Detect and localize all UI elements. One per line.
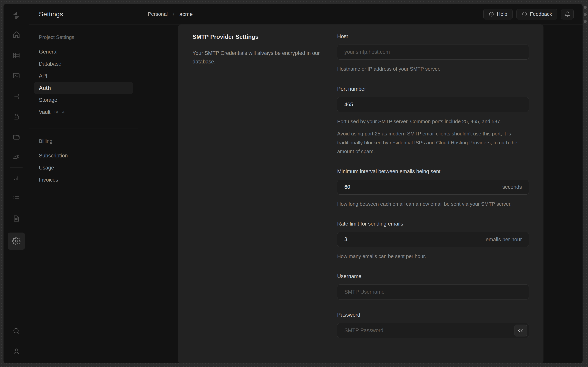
username-label: Username [337,273,529,279]
scrollbar-dot [584,20,587,23]
main-header: Personal / acme Help Feedback [138,4,583,25]
eye-icon [518,327,524,333]
logs-list-icon[interactable] [10,192,23,205]
rate-limit-help-text: How many emails can be sent per hour. [337,252,529,261]
host-field: Host Hostname or IP address of your SMTP… [337,33,529,74]
sidebar-item-storage[interactable]: Storage [34,94,133,106]
api-docs-icon[interactable] [10,212,23,225]
sidebar-item-label: Vault [39,109,50,115]
host-input[interactable] [337,45,529,59]
menu-divider [29,128,138,128]
interval-field: Minimum interval between emails being se… [337,168,529,209]
password-field: Password [337,312,529,338]
rail-bottom-group [10,325,23,358]
sidebar-item-usage[interactable]: Usage [34,162,133,174]
interval-input[interactable] [337,180,529,195]
sidebar-item-api[interactable]: API [34,70,133,82]
rate-limit-label: Rate limit for sending emails [337,221,529,227]
breadcrumb-org[interactable]: Personal [148,11,168,17]
database-icon[interactable] [10,90,23,103]
user-icon[interactable] [10,345,23,358]
smtp-settings-card: SMTP Provider Settings Your SMTP Credent… [178,25,543,363]
notifications-button[interactable] [561,9,574,19]
search-icon[interactable] [10,325,23,337]
breadcrumb-project[interactable]: acme [179,11,193,17]
rate-limit-field: Rate limit for sending emails emails per… [337,221,529,261]
menu-group-label-billing: Billing [39,138,133,144]
password-input[interactable] [337,323,529,338]
settings-gear-icon[interactable] [8,233,25,250]
main-body: SMTP Provider Settings Your SMTP Credent… [138,25,583,363]
bell-icon [564,11,570,17]
smtp-form: Host Hostname or IP address of your SMTP… [337,25,529,363]
sidebar-item-database[interactable]: Database [34,58,133,70]
help-circle-icon [489,11,494,17]
breadcrumb-separator: / [173,11,174,17]
table-editor-icon[interactable] [10,49,23,62]
storage-folder-icon[interactable] [10,131,23,143]
port-help-text: Port used by your SMTP server. Common po… [337,117,529,126]
page-title: Settings [39,10,63,18]
scrollbar-dot [584,13,587,16]
beta-badge: BETA [55,110,65,114]
rate-limit-input[interactable] [337,232,529,247]
interval-label: Minimum interval between emails being se… [337,168,529,175]
interval-help-text: How long between each email can a new em… [337,200,529,209]
main-area: Personal / acme Help Feedback SMTP Provi… [138,4,583,363]
feedback-button[interactable]: Feedback [516,9,557,19]
help-button[interactable]: Help [483,9,512,19]
settings-menu-header: Settings [29,4,138,25]
sql-editor-icon[interactable] [10,69,23,82]
host-help-text: Hostname or IP address of your SMTP serv… [337,65,529,74]
edge-functions-icon[interactable] [10,151,23,163]
app-window: Settings Project Settings General Databa… [3,4,583,363]
home-icon[interactable] [10,28,23,41]
username-input[interactable] [337,284,529,300]
port-warning-text: Avoid using port 25 as modern SMTP email… [337,129,529,156]
section-title: SMTP Provider Settings [193,33,337,40]
menu-group-label-project-settings: Project Settings [39,34,133,40]
host-label: Host [337,33,529,40]
section-description: Your SMTP Credentials will always be enc… [193,49,329,66]
port-label: Port number [337,86,529,92]
rail-divider [10,45,23,45]
rail-divider [10,167,23,167]
help-button-label: Help [497,11,507,17]
sidebar-item-vault[interactable]: Vault BETA [34,106,133,118]
scrollbar-dot [584,6,587,9]
icon-rail [3,4,29,363]
reports-chart-icon[interactable] [10,172,23,184]
speech-bubble-icon [522,11,527,17]
auth-lock-icon[interactable] [10,110,23,123]
sidebar-item-auth[interactable]: Auth [34,82,133,94]
sidebar-item-subscription[interactable]: Subscription [34,150,133,162]
sidebar-item-general[interactable]: General [34,46,133,58]
port-field: Port number Port used by your SMTP serve… [337,86,529,156]
sidebar-item-invoices[interactable]: Invoices [34,174,133,186]
feedback-button-label: Feedback [530,11,552,17]
settings-menu-panel: Settings Project Settings General Databa… [29,4,138,363]
section-intro: SMTP Provider Settings Your SMTP Credent… [193,25,337,363]
reveal-password-button[interactable] [515,325,527,336]
breadcrumb: Personal / acme [148,11,193,17]
supabase-logo[interactable] [10,9,23,22]
settings-menu: Project Settings General Database API Au… [29,25,138,186]
port-input[interactable] [337,97,529,112]
window-scrollbar[interactable] [584,6,587,23]
password-label: Password [337,312,529,318]
username-field: Username [337,273,529,300]
